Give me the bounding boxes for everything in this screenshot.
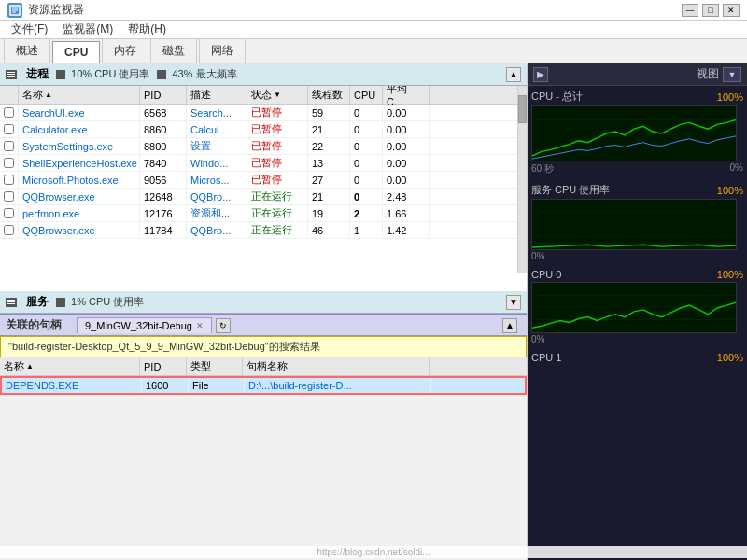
tab-overview[interactable]: 概述 [4,38,50,63]
row-threads: 27 [308,172,350,188]
row-cpu: 0 [350,121,383,137]
row-threads: 46 [308,222,350,238]
row-pid: 11784 [140,222,187,238]
table-row[interactable]: Calculator.exe 8860 Calcul... 已暂停 21 0 0… [0,121,517,138]
service-sq-icon [56,298,65,307]
row-desc: QQBro... [187,189,247,204]
cpu-total-label: CPU - 总计 [531,90,583,104]
service-cpu-label: 服务 CPU 使用率 [531,183,610,197]
main-content: 进程 10% CPU 使用率 43% 最大频率 ▲ 名称▲ PID 描述 [0,63,747,560]
row-status: 已暂停 [247,155,308,171]
row-status: 已暂停 [247,138,308,154]
handles-up-btn[interactable]: ▲ [502,318,517,333]
svg-rect-8 [532,200,736,249]
hth-type[interactable]: 类型 [187,357,243,375]
hth-handle[interactable]: 句柄名称 [243,357,430,375]
cpu0-chart-section: CPU 0 100% 0% [528,265,747,348]
left-panel: 进程 10% CPU 使用率 43% 最大频率 ▲ 名称▲ PID 描述 [0,63,528,560]
handles-tab-close[interactable]: ✕ [196,321,204,330]
view-dropdown-btn[interactable]: ▼ [723,67,741,82]
service-cpu-chart [531,199,737,250]
row-avgcpu: 0.00 [383,138,430,154]
table-row[interactable]: SystemSettings.exe 8800 设置 已暂停 22 0 0.00 [0,138,517,155]
cpu-total-chart-section: CPU - 总计 100% [528,86,747,179]
menu-help[interactable]: 帮助(H) [120,20,174,39]
process-scrollbar[interactable] [517,86,527,273]
tab-disk[interactable]: 磁盘 [150,38,197,63]
row-desc: Search... [187,105,247,120]
row-desc: Micros... [187,172,247,188]
process-title: 进程 [26,66,49,82]
handle-path: D:\...\build-register-D... [245,378,431,393]
process-table-header: 名称▲ PID 描述 状态▼ 线程数 CPU 平均 C... [0,86,517,105]
row-check[interactable] [0,205,19,221]
table-row[interactable]: QQBrowser.exe 12648 QQBro... 正在运行 21 0 2… [0,189,517,205]
row-check[interactable] [0,172,19,188]
th-pid[interactable]: PID [140,86,187,104]
row-desc: QQBro... [187,222,247,238]
table-row[interactable]: ShellExperienceHost.exe 7840 Windo... 已暂… [0,155,517,172]
freq-square-icon [157,70,166,79]
watermark: https://blog.csdn.net/soldi... [528,546,747,558]
handles-header: 关联的句柄 9_MinGW_32bit-Debug ✕ ↻ ▲ [0,314,527,336]
table-row[interactable]: perfmon.exe 12176 资源和... 正在运行 19 2 1.66 [0,205,517,222]
services-expand-btn[interactable]: ▼ [506,295,521,310]
tab-memory[interactable]: 内存 [102,38,148,63]
th-cpu[interactable]: CPU [350,86,383,104]
th-desc[interactable]: 描述 [187,86,247,104]
tab-network[interactable]: 网络 [199,38,246,63]
row-cpu: 0 [350,189,383,204]
hth-name[interactable]: 名称▲ [0,357,140,375]
row-threads: 59 [308,105,350,120]
row-name: Calculator.exe [19,121,140,137]
row-check[interactable] [0,121,19,137]
cpu-mini-icon [6,70,17,79]
row-check[interactable] [0,189,19,204]
search-result-banner: "build-register-Desktop_Qt_5_9_9_MinGW_3… [0,336,527,357]
cpu-square-icon [56,70,65,79]
handles-table-row[interactable]: DEPENDS.EXE 1600 File D:\...\build-regis… [0,376,527,395]
minimize-button[interactable]: — [682,4,698,17]
app-icon [7,3,22,18]
cpu0-label: CPU 0 [531,269,561,280]
row-cpu: 0 [350,155,383,171]
refresh-icon-btn[interactable]: ↻ [216,318,231,333]
row-check[interactable] [0,155,19,171]
row-name: SystemSettings.exe [19,138,140,154]
handles-tab-mingw[interactable]: 9_MinGW_32bit-Debug ✕ [77,317,212,333]
th-name[interactable]: 名称▲ [19,86,140,104]
th-status[interactable]: 状态▼ [247,86,308,104]
table-row[interactable]: SearchUI.exe 6568 Search... 已暂停 59 0 0.0… [0,105,517,121]
handles-tab-area: 9_MinGW_32bit-Debug ✕ ↻ ▲ [73,315,521,336]
cpu0-pct: 100% [717,269,743,280]
handles-table-header: 名称▲ PID 类型 句柄名称 [0,357,527,376]
process-expand-btn[interactable]: ▲ [506,67,521,82]
th-avgcpu[interactable]: 平均 C... [383,86,430,104]
process-scrollbar-thumb[interactable] [518,95,527,123]
close-button[interactable]: ✕ [723,4,740,17]
th-threads[interactable]: 线程数 [308,86,350,104]
row-name: QQBrowser.exe [19,222,140,238]
row-check[interactable] [0,138,19,154]
row-cpu: 0 [350,172,383,188]
row-pid: 7840 [140,155,187,171]
th-checkbox[interactable] [0,86,19,104]
row-name: ShellExperienceHost.exe [19,155,140,171]
handle-name: DEPENDS.EXE [2,378,142,393]
table-row[interactable]: QQBrowser.exe 11784 QQBro... 正在运行 46 1 1… [0,222,517,239]
row-status: 正在运行 [247,222,308,238]
services-cpu-usage: 1% CPU 使用率 [56,295,144,309]
row-avgcpu: 1.66 [383,205,430,221]
maximize-button[interactable]: □ [702,4,719,17]
hth-pid[interactable]: PID [140,357,187,375]
menu-monitor[interactable]: 监视器(M) [55,20,120,39]
row-cpu: 1 [350,222,383,238]
row-avgcpu: 2.48 [383,189,430,204]
tab-cpu[interactable]: CPU [52,41,100,63]
svg-rect-12 [532,283,736,332]
row-check[interactable] [0,222,19,238]
menu-file[interactable]: 文件(F) [4,20,55,39]
table-row[interactable]: Microsoft.Photos.exe 9056 Micros... 已暂停 … [0,172,517,189]
nav-btn[interactable]: ▶ [533,67,548,82]
row-check[interactable] [0,105,19,120]
